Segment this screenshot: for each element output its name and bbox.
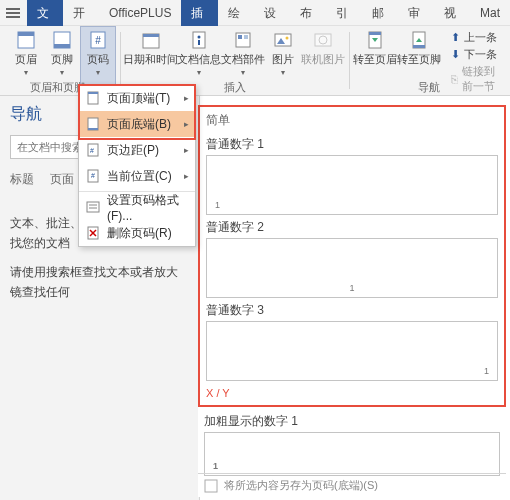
link-to-prev-button[interactable]: ⎘链接到前一节 — [445, 63, 510, 95]
prev-label: 上一条 — [464, 30, 497, 45]
chevron-right-icon: ▸ — [184, 145, 189, 155]
page-margin-icon: # — [85, 142, 101, 158]
dd-page-margins[interactable]: # 页边距(P) ▸ — [79, 137, 195, 163]
hamburger-icon — [6, 12, 20, 14]
remove-icon — [85, 225, 101, 241]
save-icon — [204, 479, 218, 493]
doc-parts-label: 文档部件 — [221, 52, 265, 67]
link-prev-label: 链接到前一节 — [462, 64, 504, 94]
tab-view[interactable]: 视图 — [434, 0, 470, 26]
svg-text:#: # — [95, 35, 101, 46]
chevron-down-icon: ▾ — [60, 68, 64, 77]
gallery-item-plain-1[interactable]: 1 — [206, 155, 498, 215]
goto-header-label: 转至页眉 — [353, 52, 397, 67]
tab-mail[interactable]: 邮件 — [362, 0, 398, 26]
chevron-down-icon: ▾ — [96, 68, 100, 77]
next-section-button[interactable]: ⬇下一条 — [445, 46, 510, 63]
svg-rect-14 — [275, 34, 291, 46]
svg-rect-23 — [413, 45, 425, 48]
ribbon: 页眉 ▾ 页脚 ▾ # 页码 ▾ 日期和时间 文档信息 ▾ 文档部件 ▾ 图片 … — [0, 26, 510, 96]
online-picture-label: 联机图片 — [301, 52, 345, 67]
picture-icon — [273, 30, 293, 50]
footer-label: 页脚 — [51, 52, 73, 67]
tab-officeplus[interactable]: OfficePLUS — [99, 0, 181, 26]
gallery-item-bold-1[interactable]: 1 — [204, 432, 500, 476]
dd-bottom-of-page[interactable]: 页面底端(B) ▸ — [79, 111, 195, 137]
page-number-icon: # — [88, 30, 108, 50]
next-label: 下一条 — [464, 47, 497, 62]
gallery-item-plain-2[interactable]: 1 — [206, 238, 498, 298]
tab-draw[interactable]: 绘图 — [218, 0, 254, 26]
page-bottom-icon — [85, 116, 101, 132]
window-menu-button[interactable] — [0, 0, 27, 26]
tab-review[interactable]: 审阅 — [398, 0, 434, 26]
tab-references[interactable]: 引用 — [326, 0, 362, 26]
online-picture-icon — [313, 30, 333, 50]
chevron-right-icon: ▸ — [184, 171, 189, 181]
group-label-nav: 导航 — [418, 80, 440, 95]
nav-tab-headings[interactable]: 标题 — [10, 171, 34, 188]
tab-mat[interactable]: Mat — [470, 0, 510, 26]
doc-parts-icon — [233, 30, 253, 50]
svg-rect-1 — [18, 32, 34, 36]
separator — [349, 32, 350, 89]
dd-label: 页面顶端(T) — [107, 90, 170, 107]
nav-tab-pages[interactable]: 页面 — [50, 171, 74, 188]
datetime-label: 日期和时间 — [123, 52, 178, 67]
svg-rect-13 — [244, 35, 248, 39]
goto-header-button[interactable]: 转至页眉 — [353, 26, 397, 95]
svg-rect-7 — [143, 34, 159, 37]
tab-file[interactable]: 文件 — [27, 0, 63, 26]
footer-icon — [52, 30, 72, 50]
format-icon — [85, 199, 101, 215]
group-label-hf: 页眉和页脚 — [30, 80, 85, 95]
dd-label: 页边距(P) — [107, 142, 159, 159]
chevron-down-icon: ▾ — [241, 68, 245, 77]
dd-label: 页面底端(B) — [107, 116, 171, 133]
group-label-insert: 插入 — [224, 80, 246, 95]
gallery-save-selection[interactable]: 将所选内容另存为页码(底端)(S) — [198, 473, 506, 497]
dd-top-of-page[interactable]: 页面顶端(T) ▸ — [79, 85, 195, 111]
doc-info-label: 文档信息 — [177, 52, 221, 67]
dd-label: 设置页码格式(F)... — [107, 192, 189, 223]
highlight-box-gallery: 简单 普通数字 1 1 普通数字 2 1 普通数字 3 1 X / Y — [198, 105, 506, 407]
dd-current-position[interactable]: # 当前位置(C) ▸ — [79, 163, 195, 189]
header-icon — [16, 30, 36, 50]
gallery-item-plain-3[interactable]: 1 — [206, 321, 498, 381]
current-pos-icon: # — [85, 168, 101, 184]
page-number-label: 页码 — [87, 52, 109, 67]
gallery-item-label: 加粗显示的数字 1 — [204, 413, 500, 430]
tab-home[interactable]: 开始 — [63, 0, 99, 26]
next-icon: ⬇ — [451, 48, 460, 61]
gallery-item-label: 普通数字 1 — [206, 136, 498, 153]
svg-rect-26 — [88, 92, 98, 94]
dd-remove-page-numbers[interactable]: 删除页码(R) — [79, 220, 195, 246]
calendar-icon — [141, 30, 161, 50]
chevron-down-icon: ▾ — [24, 68, 28, 77]
tab-insert[interactable]: 插入 — [181, 0, 217, 26]
svg-point-16 — [285, 37, 288, 40]
page-number-dropdown: 页面顶端(T) ▸ 页面底端(B) ▸ # 页边距(P) ▸ # 当前位置(C)… — [78, 84, 196, 247]
chevron-down-icon: ▾ — [281, 68, 285, 77]
tab-layout[interactable]: 布局 — [290, 0, 326, 26]
svg-rect-33 — [87, 202, 99, 212]
gallery-section-xy: X / Y — [206, 387, 498, 399]
dd-format-page-numbers[interactable]: 设置页码格式(F)... — [79, 194, 195, 220]
svg-rect-3 — [54, 44, 70, 48]
prev-icon: ⬆ — [451, 31, 460, 44]
prev-section-button[interactable]: ⬆上一条 — [445, 29, 510, 46]
online-picture-button[interactable]: 联机图片 — [301, 26, 345, 95]
svg-text:#: # — [90, 147, 94, 154]
picture-button[interactable]: 图片 ▾ — [265, 26, 301, 95]
dd-label: 当前位置(C) — [107, 168, 172, 185]
svg-rect-12 — [238, 35, 242, 39]
svg-text:#: # — [91, 172, 95, 179]
header-label: 页眉 — [15, 52, 37, 67]
chevron-down-icon: ▾ — [197, 68, 201, 77]
picture-label: 图片 — [272, 52, 294, 67]
goto-footer-label: 转至页脚 — [397, 52, 441, 67]
gallery-item-label: 普通数字 3 — [206, 302, 498, 319]
tab-design[interactable]: 设计 — [254, 0, 290, 26]
chevron-right-icon: ▸ — [184, 93, 189, 103]
chevron-right-icon: ▸ — [184, 119, 189, 129]
